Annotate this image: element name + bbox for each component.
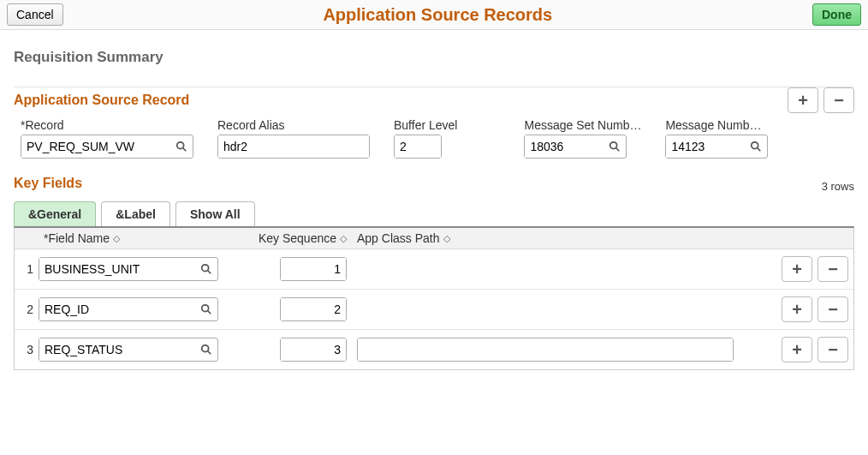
svg-point-2 [610,142,617,149]
search-icon [200,303,212,315]
source-record-form: *Record Record Alias Buffer Level Messa [14,118,854,159]
svg-line-9 [208,311,211,314]
page-title: Application Source Records [63,5,812,25]
field-lookup-icon[interactable] [195,303,217,315]
sort-icon: ◇ [340,233,347,244]
col-key-sequence[interactable]: Key Sequence ◇ [218,231,347,245]
table-row: 1 + − [15,249,853,290]
message-set-lookup-icon[interactable] [603,141,626,153]
add-row-button[interactable]: + [782,296,812,322]
section-title: Application Source Record [14,93,788,108]
col-app-class-path-label: App Class Path [357,231,440,245]
tab-label[interactable]: &Label [101,201,170,226]
key-fields-tabs: &General &Label Show All [14,201,854,226]
svg-point-0 [177,142,184,149]
svg-point-10 [202,345,209,352]
record-label: *Record [21,118,193,132]
search-icon [200,344,212,356]
row-count: 3 rows [822,180,854,193]
add-row-button[interactable]: + [782,337,812,362]
record-lookup-icon[interactable] [170,141,193,153]
field-name-input[interactable] [39,258,195,280]
sort-icon: ◇ [113,233,120,244]
done-button[interactable]: Done [812,3,861,26]
search-icon [750,141,762,153]
key-fields-title: Key Fields [14,176,822,191]
svg-line-7 [208,271,211,274]
search-icon [175,141,187,153]
minus-icon: − [828,300,838,320]
message-set-number-label: Message Set Numb… [524,118,641,132]
search-icon [200,263,212,275]
table-row: 3 + − [15,330,853,369]
plus-icon: + [798,91,808,111]
svg-point-6 [202,265,209,272]
message-number-label: Message Numb… [665,118,768,132]
tab-general[interactable]: &General [14,201,96,226]
sort-icon: ◇ [443,233,450,244]
key-sequence-input[interactable] [281,258,346,280]
plus-icon: + [792,340,802,360]
svg-line-5 [758,148,761,152]
key-sequence-input[interactable] [281,298,346,320]
message-number-input[interactable] [666,135,745,158]
field-lookup-icon[interactable] [195,263,217,275]
remove-row-button[interactable]: − [817,296,848,322]
add-source-record-button[interactable]: + [788,87,818,113]
record-input[interactable] [21,135,170,158]
section-header-source-record: Application Source Record + − [14,87,854,113]
header-bar: Cancel Application Source Records Done [0,0,868,30]
remove-source-record-button[interactable]: − [823,87,854,113]
field-lookup-icon[interactable] [195,344,217,356]
table-row: 2 + − [15,290,853,330]
field-name-input[interactable] [39,298,195,320]
col-field-name-label: *Field Name [44,231,110,245]
add-row-button[interactable]: + [782,256,812,282]
svg-line-11 [208,351,211,355]
record-alias-input[interactable] [218,135,369,158]
svg-point-4 [752,142,758,149]
row-number: 1 [20,262,39,276]
remove-row-button[interactable]: − [817,337,848,362]
field-name-input[interactable] [39,338,195,361]
app-class-path-input[interactable] [358,338,733,361]
remove-row-button[interactable]: − [817,256,848,282]
minus-icon: − [834,91,844,111]
page-subtitle: Requisition Summary [14,49,854,66]
buffer-level-input[interactable] [395,135,441,158]
col-key-sequence-label: Key Sequence [259,231,336,245]
tab-show-all[interactable]: Show All [175,201,255,226]
col-app-class-path[interactable]: App Class Path ◇ [347,231,450,245]
svg-line-3 [616,148,620,152]
svg-point-8 [202,305,209,312]
col-field-name[interactable]: *Field Name ◇ [44,231,218,245]
buffer-level-label: Buffer Level [394,118,457,132]
svg-line-1 [183,148,187,152]
key-sequence-input[interactable] [281,338,346,361]
message-number-lookup-icon[interactable] [745,141,767,153]
record-alias-label: Record Alias [217,118,370,132]
plus-icon: + [792,300,802,320]
key-fields-header: Key Fields 3 rows [14,176,854,198]
search-icon [609,141,621,153]
key-fields-table: *Field Name ◇ Key Sequence ◇ App Class P… [14,226,854,370]
plus-icon: + [792,260,802,279]
row-number: 3 [20,343,39,356]
minus-icon: − [828,260,838,279]
table-header: *Field Name ◇ Key Sequence ◇ App Class P… [15,228,853,249]
row-number: 2 [20,302,39,316]
cancel-button[interactable]: Cancel [7,3,63,26]
minus-icon: − [828,340,838,360]
message-set-number-input[interactable] [525,135,603,158]
